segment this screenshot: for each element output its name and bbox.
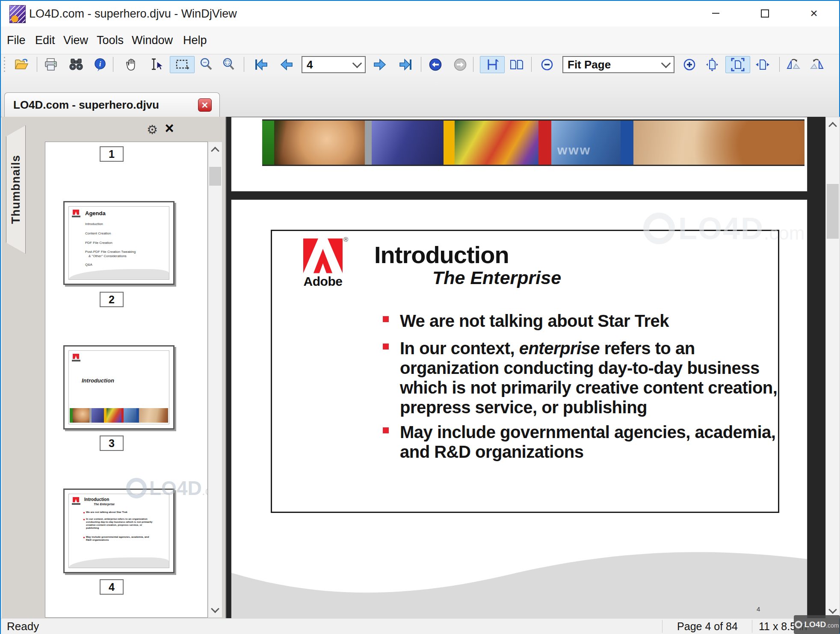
zoom-in-button[interactable] xyxy=(680,56,699,73)
adobe-brand-mark xyxy=(72,360,80,361)
thumbnail-page-3[interactable]: Introduction xyxy=(63,345,175,430)
menu-view[interactable]: View xyxy=(63,27,88,54)
zoom-in-icon xyxy=(682,57,697,72)
previous-page-button[interactable] xyxy=(277,56,296,73)
app-window: LO4D.com - superhero.djvu - WinDjView × … xyxy=(0,0,840,634)
strip-jet-photo xyxy=(372,121,444,165)
menu-bar: File Edit View Tools Window Help xyxy=(1,27,839,54)
toolbar-separator xyxy=(779,57,780,72)
thumb2-line: Content Creation xyxy=(85,231,111,235)
adobe-brand-mark xyxy=(72,216,80,217)
slide-wave-decoration xyxy=(69,269,169,279)
thumb2-line: Q&A xyxy=(85,263,92,267)
thumbnails-scrollbar[interactable] xyxy=(208,142,222,618)
rotate-left-button[interactable] xyxy=(784,56,803,73)
minimize-button[interactable] xyxy=(700,1,731,26)
document-scrollbar[interactable] xyxy=(825,117,840,619)
close-button[interactable]: × xyxy=(799,1,829,26)
first-page-icon xyxy=(254,57,269,72)
rotate-right-button[interactable] xyxy=(807,56,826,73)
status-separator xyxy=(662,620,663,633)
fit-page-button[interactable] xyxy=(725,56,750,73)
pan-tool-button[interactable] xyxy=(123,56,142,73)
adobe-logo-icon xyxy=(303,238,343,273)
actual-size-icon xyxy=(704,57,720,72)
strip-venus-photo xyxy=(633,121,805,165)
facing-pages-button[interactable] xyxy=(507,56,526,73)
open-button[interactable] xyxy=(12,56,30,73)
single-page-layout-button[interactable] xyxy=(480,56,505,73)
slide-subtitle: The Enterprise xyxy=(432,267,561,288)
panel-settings-button[interactable]: ⚙ xyxy=(145,122,160,137)
slide-bullet-1: We are not talking about Star Trek xyxy=(400,311,778,331)
thumb4-subtitle: The Enterprise xyxy=(94,503,115,506)
minimize-icon xyxy=(712,13,719,14)
zoom-select-button[interactable] xyxy=(219,56,238,73)
thumbnail-page-2[interactable]: Agenda Introduction Content Creation PDF… xyxy=(63,201,175,285)
app-icon xyxy=(9,5,26,23)
chevron-down-icon xyxy=(661,58,671,68)
status-message: Ready xyxy=(7,619,39,634)
menu-file[interactable]: File xyxy=(7,27,26,54)
menu-window[interactable]: Window xyxy=(132,27,173,54)
last-page-button[interactable] xyxy=(396,56,415,73)
back-button[interactable] xyxy=(426,56,445,73)
document-tab[interactable]: LO4D.com - superhero.djvu ✕ xyxy=(4,92,220,117)
select-text-button[interactable] xyxy=(147,56,166,73)
menu-help[interactable]: Help xyxy=(183,27,207,54)
thumbnails-tab-label: Thumbnails xyxy=(9,155,23,224)
menu-edit[interactable]: Edit xyxy=(35,27,55,54)
select-rect-button[interactable] xyxy=(170,56,195,73)
toolbar-separator xyxy=(244,57,244,72)
page-3-bottom: www xyxy=(231,117,807,192)
strip-red-bar xyxy=(538,121,551,165)
zoom-combobox[interactable]: Fit Page xyxy=(562,56,674,73)
print-button[interactable] xyxy=(41,56,60,73)
window-title: LO4D.com - superhero.djvu - WinDjView xyxy=(29,7,237,21)
panel-close-button[interactable]: × xyxy=(162,121,177,136)
fit-width-button[interactable] xyxy=(753,56,772,73)
tab-close-button[interactable]: ✕ xyxy=(198,98,212,112)
maximize-icon xyxy=(761,9,769,18)
adobe-logo-icon xyxy=(73,210,79,215)
status-separator xyxy=(752,620,752,633)
scrollbar-thumb[interactable] xyxy=(209,167,221,186)
scroll-down-button[interactable] xyxy=(208,602,222,617)
adobe-logo-icon xyxy=(73,354,79,359)
chevron-up-icon xyxy=(211,147,219,155)
text-select-icon xyxy=(149,57,164,72)
thumbnail-page-4[interactable]: Introduction The Enterprise We are not t… xyxy=(63,489,175,573)
thumb2-line: & "Other" Considerations xyxy=(89,254,127,258)
scrollbar-thumb[interactable] xyxy=(827,184,839,239)
strip-green-bar xyxy=(262,121,274,165)
scroll-up-button[interactable] xyxy=(826,117,840,133)
toolbar-separator xyxy=(37,57,37,72)
thumb2-line: PDF File Creation xyxy=(85,241,112,245)
zoom-out-button[interactable] xyxy=(538,56,556,73)
fit-page-icon xyxy=(730,57,745,72)
about-button[interactable]: i xyxy=(91,56,109,73)
slide-title: Introduction xyxy=(374,241,509,269)
next-page-icon xyxy=(373,57,388,72)
toolbar-grip[interactable] xyxy=(4,57,5,72)
page-number-combobox[interactable]: 4 xyxy=(302,56,366,73)
first-page-button[interactable] xyxy=(252,56,271,73)
forward-button[interactable] xyxy=(451,56,470,73)
page3-photo-strip: www xyxy=(262,119,805,166)
maximize-button[interactable] xyxy=(749,1,780,26)
mini-bullet xyxy=(83,519,85,520)
strip-www-photo: www xyxy=(551,121,621,165)
zoom-tool-button[interactable] xyxy=(197,56,216,73)
thumbnails-panel: Thumbnails ⚙ × 1 Agenda Introduction Con… xyxy=(2,117,226,619)
strip-gray-bar xyxy=(365,121,372,165)
bullet-icon xyxy=(383,344,389,350)
actual-size-button[interactable] xyxy=(703,56,722,73)
chevron-down-icon xyxy=(211,604,219,613)
thumbnails-sidebar-tab[interactable]: Thumbnails xyxy=(6,125,26,254)
scroll-up-button[interactable] xyxy=(208,142,222,157)
chevron-down-icon xyxy=(828,605,837,614)
scroll-down-button[interactable] xyxy=(826,603,840,618)
next-page-button[interactable] xyxy=(371,56,390,73)
menu-tools[interactable]: Tools xyxy=(97,27,124,54)
find-button[interactable] xyxy=(67,56,86,73)
